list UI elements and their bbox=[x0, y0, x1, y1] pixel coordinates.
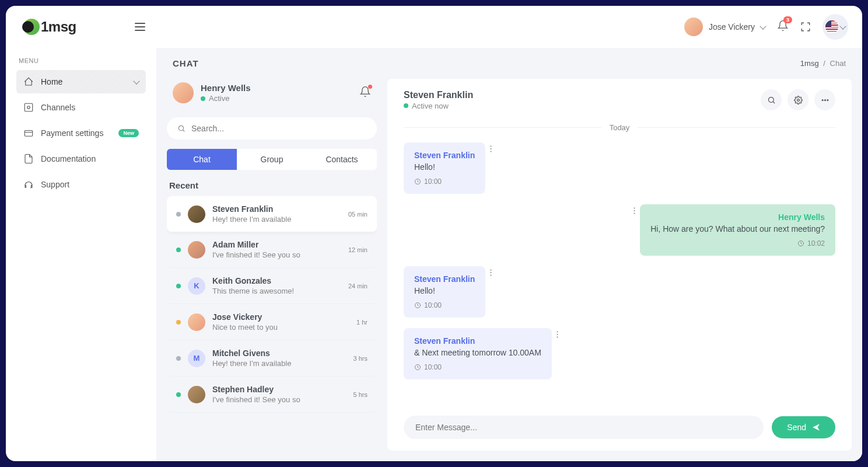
conversation-preview: Hey! there I'm available bbox=[212, 215, 341, 224]
conversation-item[interactable]: Adam Miller I've finished it! See you so… bbox=[167, 232, 377, 268]
avatar bbox=[684, 18, 703, 36]
status-dot-icon bbox=[176, 320, 181, 325]
message-bubble: Steven Franklin Hello! 10:00 bbox=[404, 266, 485, 318]
conversation-item[interactable]: M Mitchel Givens Hey! there I'm availabl… bbox=[167, 340, 377, 377]
conversation-time: 5 hrs bbox=[354, 391, 368, 398]
conversation-name: Keith Gonzales bbox=[212, 276, 341, 285]
user-menu[interactable]: Jose Vickery bbox=[684, 18, 765, 36]
conversation-item[interactable]: Stephen Hadley I've finished it! See you… bbox=[167, 377, 377, 413]
sidebar-item-home[interactable]: Home bbox=[16, 70, 146, 93]
message-menu-button[interactable] bbox=[485, 142, 496, 158]
home-icon bbox=[23, 76, 34, 87]
search-box[interactable] bbox=[167, 117, 377, 140]
topbar: 1msg Jose Vickery 3 bbox=[6, 6, 862, 48]
message-menu-button[interactable] bbox=[552, 328, 563, 343]
svg-point-8 bbox=[827, 99, 828, 100]
conversation-preview: This theme is awesome! bbox=[212, 287, 341, 295]
logo[interactable]: 1msg bbox=[20, 19, 76, 35]
svg-point-12 bbox=[491, 151, 492, 152]
sidebar-item-support[interactable]: Support bbox=[16, 173, 146, 196]
chevron-down-icon bbox=[839, 23, 846, 29]
avatar: M bbox=[188, 350, 205, 367]
language-switcher[interactable] bbox=[822, 14, 848, 40]
alert-dot-icon bbox=[368, 85, 372, 89]
conversation-time: 12 min bbox=[348, 246, 368, 253]
conversation-time: 3 hrs bbox=[354, 355, 368, 362]
conversation-item[interactable]: Steven Franklin Hey! there I'm available… bbox=[167, 196, 377, 232]
flag-icon bbox=[825, 20, 838, 33]
chat-notifications-button[interactable] bbox=[359, 86, 371, 100]
search-icon bbox=[767, 96, 776, 104]
avatar bbox=[188, 241, 205, 259]
chat-peer-status: Active now bbox=[412, 102, 449, 110]
search-input[interactable] bbox=[191, 124, 366, 133]
conversation-item[interactable]: Jose Vickery Nice to meet to you 1 hr bbox=[167, 304, 377, 340]
message-menu-button[interactable] bbox=[485, 266, 496, 281]
message-menu-button[interactable] bbox=[629, 204, 640, 219]
conversation-preview: I've finished it! See you so bbox=[212, 395, 346, 404]
svg-rect-0 bbox=[24, 103, 33, 111]
message-sender: Steven Franklin bbox=[414, 336, 541, 346]
clock-icon bbox=[414, 364, 421, 371]
conversation-item[interactable]: K Keith Gonzales This theme is awesome! … bbox=[167, 268, 377, 304]
message-row: Henry Wells Hi, How are you? What about … bbox=[404, 204, 835, 256]
sidebar-item-channels[interactable]: Channels bbox=[16, 96, 146, 119]
recent-label: Recent bbox=[167, 180, 377, 190]
chat-search-button[interactable] bbox=[761, 89, 782, 110]
avatar bbox=[173, 82, 194, 103]
tab-group[interactable]: Group bbox=[237, 149, 307, 170]
svg-point-18 bbox=[491, 269, 492, 270]
send-button[interactable]: Send bbox=[772, 416, 835, 438]
status-dot-icon bbox=[176, 212, 181, 217]
status-dot-icon bbox=[201, 96, 205, 101]
sidebar-item-label: Support bbox=[41, 180, 69, 189]
svg-point-3 bbox=[178, 126, 183, 130]
tab-contacts[interactable]: Contacts bbox=[307, 149, 377, 170]
chat-settings-button[interactable] bbox=[788, 89, 808, 110]
message-bubble: Steven Franklin Hello! 10:00 bbox=[404, 142, 485, 194]
message-text: Hello! bbox=[414, 162, 475, 172]
message-time: 10:00 bbox=[424, 177, 442, 186]
sidebar-item-payment-settings[interactable]: Payment settings New bbox=[16, 121, 146, 145]
svg-point-4 bbox=[768, 97, 774, 102]
message-bubble: Steven Franklin & Next meeting tomorrow … bbox=[404, 328, 552, 379]
chat-more-button[interactable] bbox=[814, 89, 835, 110]
sidebar-item-documentation[interactable]: Documentation bbox=[16, 147, 146, 170]
chevron-down-icon bbox=[760, 23, 766, 29]
svg-point-5 bbox=[797, 99, 799, 101]
breadcrumb-root[interactable]: 1msg bbox=[800, 59, 819, 68]
sidebar-item-label: Documentation bbox=[41, 154, 96, 163]
svg-point-23 bbox=[556, 334, 558, 335]
fullscreen-button[interactable] bbox=[800, 22, 811, 32]
conversation-name: Adam Miller bbox=[212, 240, 341, 249]
message-row: Steven Franklin Hello! 10:00 bbox=[404, 266, 835, 318]
message-row: Steven Franklin & Next meeting tomorrow … bbox=[404, 328, 835, 379]
conversation-time: 1 hr bbox=[356, 319, 368, 326]
message-text: Hello! bbox=[414, 286, 475, 295]
status-dot-icon bbox=[176, 248, 181, 252]
tab-chat[interactable]: Chat bbox=[167, 149, 237, 170]
svg-point-7 bbox=[824, 99, 825, 100]
svg-point-1 bbox=[27, 106, 30, 109]
composer: Send bbox=[387, 409, 852, 451]
sidebar-item-label: Channels bbox=[41, 103, 75, 112]
conversation-preview: Nice to meet to you bbox=[212, 323, 349, 332]
conversation-name: Jose Vickery bbox=[212, 312, 349, 322]
message-input[interactable] bbox=[404, 416, 764, 439]
clock-icon bbox=[414, 178, 421, 185]
send-icon bbox=[812, 423, 820, 431]
page-title: CHAT bbox=[173, 58, 199, 68]
conversation-preview: I've finished it! See you so bbox=[212, 250, 341, 259]
message-bubble: Henry Wells Hi, How are you? What about … bbox=[640, 204, 835, 256]
svg-rect-2 bbox=[24, 131, 33, 137]
chat-peer-name: Steven Franklin bbox=[404, 90, 473, 100]
sidebar-item-label: Home bbox=[41, 77, 62, 86]
message-time: 10:02 bbox=[807, 239, 825, 248]
messages-area[interactable]: Steven Franklin Hello! 10:00 Henry Wells bbox=[387, 137, 852, 409]
status-dot-icon bbox=[176, 356, 181, 361]
notifications-button[interactable]: 3 bbox=[777, 20, 789, 34]
chat-view-panel: Steven Franklin Active now bbox=[387, 79, 852, 451]
menu-toggle-icon[interactable] bbox=[135, 23, 145, 31]
message-sender: Henry Wells bbox=[650, 212, 825, 222]
message-text: Hi, How are you? What about our next mee… bbox=[650, 224, 825, 234]
